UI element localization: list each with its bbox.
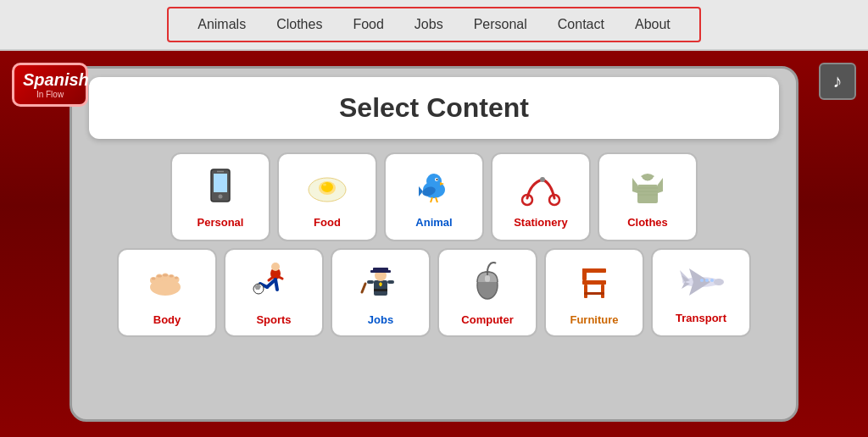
card-clothes-label: Clothes <box>627 216 668 229</box>
logo: Spanish In Flow <box>12 63 88 107</box>
logo-inflow: In Flow <box>23 90 77 99</box>
svg-rect-61 <box>601 285 604 298</box>
body-icon <box>145 260 189 310</box>
svg-point-71 <box>710 279 714 282</box>
sports-icon <box>252 260 296 310</box>
svg-rect-52 <box>387 280 394 284</box>
svg-point-64 <box>714 279 724 285</box>
svg-point-7 <box>323 183 326 185</box>
card-computer-label: Computer <box>461 313 513 326</box>
nav-item-animals[interactable]: Animals <box>182 12 261 37</box>
card-animal[interactable]: Animal <box>384 152 484 241</box>
food-icon <box>305 166 349 213</box>
svg-point-72 <box>700 279 704 282</box>
svg-point-38 <box>271 263 280 271</box>
card-jobs-label: Jobs <box>368 313 393 326</box>
music-button[interactable]: ♪ <box>819 63 856 100</box>
svg-rect-60 <box>584 285 587 298</box>
svg-rect-59 <box>582 268 606 273</box>
page-title: Select Content <box>104 92 764 124</box>
nav-item-jobs[interactable]: Jobs <box>399 12 459 37</box>
grid-row-1: Personal Food <box>170 152 698 241</box>
svg-rect-20 <box>637 185 658 203</box>
card-stationery[interactable]: Stationery <box>491 152 591 241</box>
nav-item-personal[interactable]: Personal <box>459 12 542 37</box>
content-grid: Personal Food <box>89 152 779 337</box>
svg-rect-57 <box>582 280 606 285</box>
card-transport[interactable]: Transport <box>651 248 751 337</box>
svg-marker-21 <box>632 178 637 193</box>
svg-point-36 <box>175 276 178 279</box>
jobs-icon <box>359 260 403 310</box>
svg-point-11 <box>437 179 438 180</box>
animal-icon <box>412 166 456 213</box>
main-area: Spanish In Flow ♪ Select Content <box>0 51 868 437</box>
top-navigation: Animals Clothes Food Jobs Personal Conta… <box>0 0 868 51</box>
card-furniture[interactable]: Furniture <box>544 248 644 337</box>
svg-point-34 <box>163 274 168 276</box>
card-sports[interactable]: Sports <box>224 248 324 337</box>
svg-point-9 <box>426 174 442 189</box>
music-icon: ♪ <box>833 70 843 92</box>
svg-point-35 <box>170 274 174 277</box>
svg-point-2 <box>219 194 223 198</box>
svg-point-33 <box>157 274 162 277</box>
card-clothes[interactable]: Clothes <box>598 152 698 241</box>
svg-line-15 <box>431 197 432 202</box>
title-box: Select Content <box>89 77 779 139</box>
svg-rect-46 <box>374 289 387 291</box>
card-computer[interactable]: Computer <box>437 248 537 337</box>
nav-item-clothes[interactable]: Clothes <box>261 12 337 37</box>
content-panel: Select Content Personal <box>70 66 798 422</box>
nav-item-contact[interactable]: Contact <box>542 12 620 37</box>
nav-box: Animals Clothes Food Jobs Personal Conta… <box>167 7 701 42</box>
svg-rect-56 <box>485 275 490 282</box>
personal-icon <box>200 166 241 213</box>
card-body-label: Body <box>153 313 181 326</box>
stationery-icon <box>519 166 563 213</box>
furniture-icon <box>572 260 616 310</box>
card-furniture-label: Furniture <box>570 313 618 326</box>
card-animal-label: Animal <box>415 216 452 229</box>
svg-rect-1 <box>214 174 227 192</box>
nav-item-food[interactable]: Food <box>337 12 398 37</box>
nav-item-about[interactable]: About <box>620 12 686 37</box>
svg-line-41 <box>275 279 277 290</box>
svg-marker-22 <box>658 178 663 193</box>
card-food[interactable]: Food <box>277 152 377 241</box>
svg-line-53 <box>362 284 365 292</box>
card-personal[interactable]: Personal <box>170 152 270 241</box>
svg-rect-51 <box>367 280 374 284</box>
svg-marker-14 <box>419 186 423 196</box>
svg-point-6 <box>321 182 333 192</box>
card-food-label: Food <box>314 216 341 229</box>
card-body[interactable]: Body <box>117 248 217 337</box>
card-transport-label: Transport <box>676 312 726 324</box>
transport-icon <box>676 262 726 308</box>
svg-point-32 <box>152 277 156 279</box>
svg-rect-49 <box>370 270 391 273</box>
grid-row-2: Body <box>117 248 751 337</box>
card-sports-label: Sports <box>256 313 291 326</box>
computer-icon <box>465 260 509 310</box>
svg-line-16 <box>436 197 437 202</box>
card-jobs[interactable]: Jobs <box>331 248 431 337</box>
card-stationery-label: Stationery <box>514 216 568 229</box>
logo-spanish: Spanish <box>23 70 77 90</box>
clothes-icon <box>626 166 670 213</box>
card-personal-label: Personal <box>198 216 244 229</box>
svg-point-70 <box>705 279 709 282</box>
svg-rect-62 <box>584 292 604 295</box>
svg-point-19 <box>540 177 545 182</box>
